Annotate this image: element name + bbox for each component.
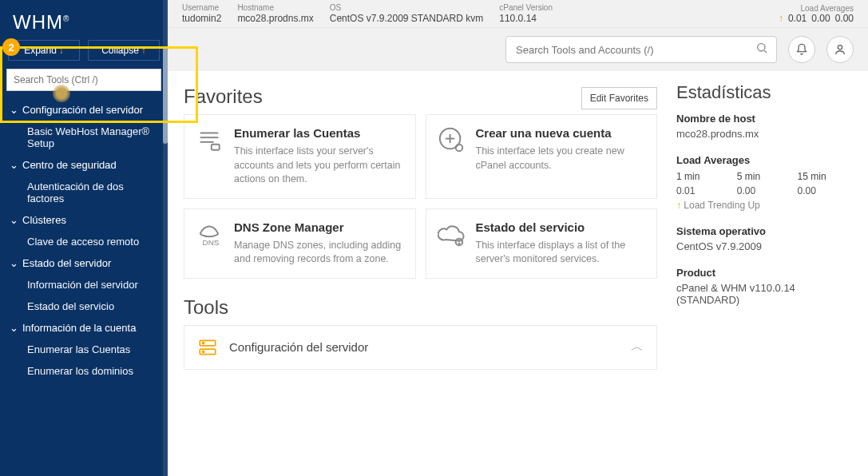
- stat-load-averages: Load Averages 1 min5 min15 min 0.010.000…: [676, 154, 852, 211]
- ts-os: OSCentOS v7.9.2009 STANDARD kvm: [330, 3, 484, 24]
- global-search-input[interactable]: [514, 43, 755, 57]
- arrow-up-icon: ↑: [779, 13, 783, 24]
- stat-os: Sistema operativo CentOS v7.9.2009: [676, 225, 852, 252]
- tools-panel-label: Configuración del servidor: [229, 340, 368, 354]
- svg-point-10: [455, 145, 462, 152]
- stats-sidebar: Estadísticas Nombre de host mco28.prodns…: [676, 82, 852, 476]
- favorite-card[interactable]: Enumerar las CuentasThis interface lists…: [184, 114, 416, 199]
- chevron-down-icon: ⌄: [10, 214, 18, 226]
- edit-favorites-button[interactable]: Edit Favorites: [581, 87, 657, 109]
- svg-rect-6: [212, 145, 220, 150]
- ts-username: Usernametudomin2: [182, 3, 221, 24]
- chevron-down-icon: ⌄: [10, 257, 18, 269]
- favorites-section: Favorites Edit Favorites Enumerar las Cu…: [184, 82, 657, 279]
- ts-load-averages: Load Averages ↑0.010.000.00: [779, 4, 854, 24]
- search-icon: [755, 42, 768, 58]
- favorite-card[interactable]: DNS DNS Zone ManagerManage DNS zones, in…: [184, 208, 416, 279]
- sidebar-search-input[interactable]: [6, 69, 161, 91]
- sidebar-item[interactable]: Basic WebHost Manager® Setup: [0, 121, 168, 154]
- favorite-card[interactable]: Crear una nueva cuentaThis interface let…: [426, 114, 658, 199]
- sidebar-search-wrap: [6, 69, 161, 91]
- favorite-card[interactable]: Estado del servicioThis interface displa…: [426, 208, 658, 279]
- sidebar-section[interactable]: ⌄Clústeres: [0, 209, 168, 231]
- card-title: Estado del servicio: [476, 220, 646, 234]
- dns-icon: DNS: [196, 220, 223, 248]
- chevron-down-icon: ⌄: [10, 104, 18, 116]
- sidebar-item[interactable]: Enumerar los dominios: [0, 360, 168, 382]
- expand-collapse-row: Expand ↓ Collapse ↑: [0, 40, 168, 69]
- expand-button[interactable]: Expand ↓: [8, 40, 80, 61]
- user-icon: [834, 43, 846, 56]
- stat-hostname: Nombre de host mco28.prodns.mx: [676, 113, 852, 140]
- brand: WHM®: [0, 0, 168, 40]
- card-desc: This interface lists your server's accou…: [234, 145, 404, 187]
- list-accounts-icon: [196, 126, 223, 153]
- ts-hostname: Hostnamemco28.prodns.mx: [237, 3, 313, 24]
- tools-section: Tools Configuración del servidor ︿: [184, 293, 657, 370]
- sidebar-scrollbar[interactable]: [163, 0, 168, 476]
- sidebar-item[interactable]: Enumerar las Cuentas: [0, 339, 168, 360]
- tools-panel[interactable]: Configuración del servidor ︿: [184, 325, 657, 370]
- sidebar-item[interactable]: Autenticación de dos factores: [0, 176, 168, 209]
- sidebar-section[interactable]: ⌄Configuración del servidor: [0, 99, 168, 121]
- card-title: DNS Zone Manager: [234, 220, 404, 234]
- global-search[interactable]: [505, 36, 777, 63]
- create-account-icon: [438, 126, 465, 153]
- top-info-strip: Usernametudomin2 Hostnamemco28.prodns.mx…: [168, 0, 868, 28]
- stat-product: Product cPanel & WHM v110.0.14 (STANDARD…: [676, 267, 852, 306]
- stats-title: Estadísticas: [676, 82, 852, 103]
- svg-text:DNS: DNS: [203, 238, 220, 247]
- chevron-down-icon: ⌄: [10, 322, 18, 334]
- search-row: [168, 28, 868, 71]
- server-config-icon: [197, 337, 218, 358]
- collapse-button[interactable]: Collapse ↑: [88, 40, 160, 61]
- card-desc: This interface lets you create new cPane…: [476, 145, 646, 173]
- card-title: Enumerar las Cuentas: [234, 126, 404, 140]
- cloud-alert-icon: [438, 220, 465, 248]
- bell-icon: [795, 43, 808, 56]
- favorites-title: Favorites: [184, 85, 263, 108]
- sidebar-item[interactable]: Estado del servicio: [0, 296, 168, 317]
- main-area: Usernametudomin2 Hostnamemco28.prodns.mx…: [168, 0, 868, 476]
- svg-point-0: [758, 44, 765, 51]
- card-title: Crear una nueva cuenta: [476, 126, 646, 140]
- svg-point-17: [203, 342, 204, 343]
- arrow-up-icon: ↑: [676, 200, 681, 211]
- arrow-up-icon: ↑: [141, 45, 146, 56]
- sidebar-item[interactable]: Clave de acceso remoto: [0, 231, 168, 252]
- sidebar-nav[interactable]: ⌄Configuración del servidor Basic WebHos…: [0, 99, 168, 476]
- svg-point-18: [203, 351, 204, 352]
- chevron-up-icon: ︿: [631, 339, 644, 355]
- card-desc: This interface displays a list of the se…: [476, 239, 646, 267]
- sidebar-section[interactable]: ⌄Centro de seguridad: [0, 154, 168, 176]
- arrow-down-icon: ↓: [59, 45, 64, 56]
- svg-point-14: [458, 243, 459, 244]
- sidebar-item[interactable]: Información del servidor: [0, 274, 168, 296]
- svg-line-1: [764, 50, 767, 53]
- notifications-button[interactable]: [788, 36, 815, 63]
- whm-logo: WHM®: [13, 12, 69, 33]
- sidebar-section[interactable]: ⌄Estado del servidor: [0, 252, 168, 274]
- sidebar-section[interactable]: ⌄Información de la cuenta: [0, 317, 168, 339]
- account-button[interactable]: [826, 36, 854, 63]
- svg-point-2: [838, 46, 842, 50]
- sidebar: WHM® Expand ↓ Collapse ↑ ⌄Configuración …: [0, 0, 168, 476]
- card-desc: Manage DNS zones, including adding and r…: [234, 239, 404, 267]
- chevron-down-icon: ⌄: [10, 159, 18, 171]
- ts-cpver: cPanel Version110.0.14: [499, 3, 553, 24]
- tools-title: Tools: [184, 296, 657, 319]
